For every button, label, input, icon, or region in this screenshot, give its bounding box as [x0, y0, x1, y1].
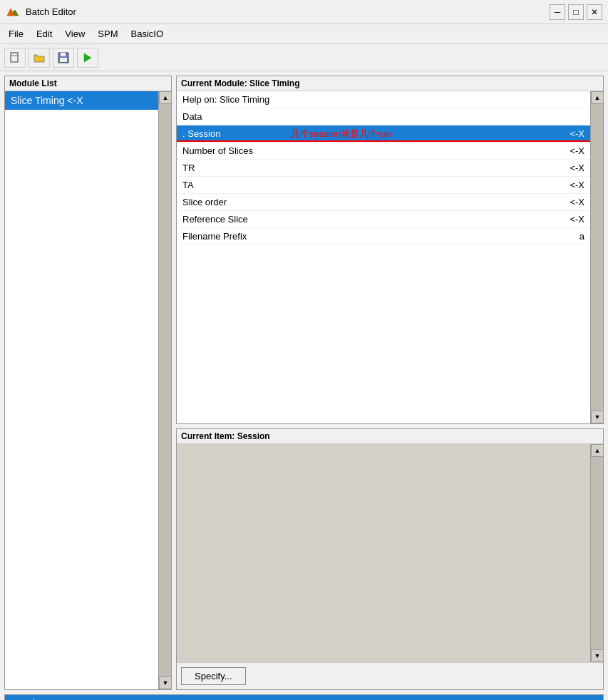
- ci-scroll-thumb[interactable]: [591, 457, 603, 649]
- module-item-slice-timing[interactable]: Slice Timing <-X: [5, 91, 158, 110]
- cm-item-slice-order[interactable]: Slice order <-X: [177, 194, 590, 211]
- current-item-content: [177, 444, 590, 662]
- svg-rect-2: [11, 53, 18, 62]
- session-annotation: 几个session就是几个run: [291, 128, 391, 140]
- run-button[interactable]: [77, 48, 98, 68]
- maximize-button[interactable]: □: [568, 4, 584, 20]
- cm-scroll-thumb[interactable]: [591, 104, 603, 411]
- toolbar: [0, 44, 608, 71]
- module-list-panel: Module List Slice Timing <-X ▲ ▼: [4, 76, 172, 690]
- current-module-list: Help on: Slice Timing Data . Session <-X: [177, 91, 590, 423]
- ci-scroll-down[interactable]: ▼: [591, 649, 603, 662]
- right-panel: Current Module: Slice Timing Help on: Sl…: [176, 76, 604, 690]
- current-item-scrollbar: ▲ ▼: [590, 444, 603, 662]
- menu-edit[interactable]: Edit: [31, 26, 58, 41]
- menu-file[interactable]: File: [3, 26, 29, 41]
- cm-item-help[interactable]: Help on: Slice Timing: [177, 91, 590, 108]
- module-list-content: Slice Timing <-X: [5, 91, 158, 689]
- cm-item-filename-prefix[interactable]: Filename Prefix a: [177, 228, 590, 245]
- module-list-label: Module List: [5, 76, 171, 91]
- current-module-header: Current Module: Slice Timing: [177, 76, 603, 91]
- current-module-body: Help on: Slice Timing Data . Session <-X: [177, 91, 603, 423]
- bottom-panel-header: Session ▲: [5, 695, 603, 700]
- scroll-up-arrow[interactable]: ▲: [159, 91, 171, 104]
- minimize-button[interactable]: ─: [550, 4, 565, 20]
- new-button[interactable]: [4, 48, 26, 68]
- specify-area: Specify...: [177, 662, 603, 689]
- save-icon: [58, 52, 69, 63]
- session-underline: [177, 140, 590, 142]
- current-module-panel: Current Module: Slice Timing Help on: Sl…: [176, 76, 604, 424]
- save-button[interactable]: [53, 48, 74, 68]
- current-item-header: Current Item: Session: [177, 429, 603, 444]
- window-controls: ─ □ ✕: [550, 4, 602, 20]
- ci-scroll-up[interactable]: ▲: [591, 444, 603, 457]
- open-icon: [34, 52, 45, 63]
- menu-basicio[interactable]: BasicIO: [125, 26, 169, 41]
- menu-view[interactable]: View: [59, 26, 91, 41]
- title-bar: Batch Editor ─ □ ✕: [0, 0, 608, 24]
- specify-button[interactable]: Specify...: [181, 667, 246, 685]
- new-icon: [9, 52, 21, 63]
- cm-item-data[interactable]: Data: [177, 108, 590, 125]
- menu-spm[interactable]: SPM: [92, 26, 123, 41]
- cm-item-ta[interactable]: TA <-X: [177, 177, 590, 194]
- scroll-down-arrow[interactable]: ▼: [159, 676, 171, 689]
- module-list-scrollbar: ▲ ▼: [158, 91, 171, 689]
- cm-item-num-slices[interactable]: Number of Slices <-X: [177, 143, 590, 160]
- cm-scroll-down[interactable]: ▼: [591, 411, 603, 423]
- open-button[interactable]: [29, 48, 50, 68]
- window-title: Batch Editor: [26, 6, 76, 17]
- svg-rect-5: [61, 53, 66, 56]
- current-module-scrollbar: ▲ ▼: [590, 91, 603, 423]
- cm-item-tr[interactable]: TR <-X: [177, 160, 590, 177]
- svg-marker-7: [84, 53, 91, 62]
- main-content: Module List Slice Timing <-X ▲ ▼ Current…: [0, 71, 608, 694]
- cm-item-reference-slice[interactable]: Reference Slice <-X: [177, 211, 590, 228]
- current-item-body: ▲ ▼: [177, 444, 603, 662]
- menu-bar: File Edit View SPM BasicIO: [0, 24, 608, 44]
- current-item-panel: Current Item: Session ▲ ▼ Specify...: [176, 428, 604, 690]
- scroll-thumb[interactable]: [159, 104, 171, 676]
- bottom-panel: Session ▲ Select images to slice-time co…: [4, 694, 604, 700]
- svg-rect-6: [60, 58, 67, 62]
- cm-item-session[interactable]: . Session <-X 几个session就是几个run: [177, 125, 590, 143]
- close-button[interactable]: ✕: [587, 4, 602, 20]
- cm-scroll-up[interactable]: ▲: [591, 91, 603, 104]
- matlab-icon: [6, 5, 20, 19]
- run-icon: [82, 52, 93, 63]
